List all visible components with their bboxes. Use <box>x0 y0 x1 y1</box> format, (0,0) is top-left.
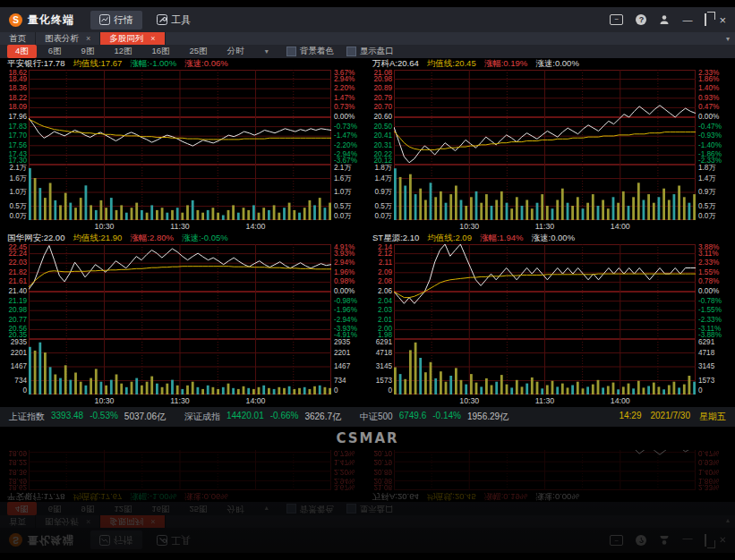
clock: 14:29 <box>619 411 641 423</box>
axis-label: 0 <box>22 387 27 395</box>
tab-home[interactable]: 首页 <box>0 32 36 45</box>
tab-multi-stock[interactable]: 多股同列 × <box>100 32 165 45</box>
time-label: 10:30 <box>94 396 114 405</box>
axis-label: -1.40% <box>698 142 722 149</box>
checkbox-icon[interactable] <box>286 47 296 56</box>
user-icon[interactable] <box>659 14 670 25</box>
time-label: 11:30 <box>535 396 554 405</box>
window-controls: − ? — × <box>610 14 726 26</box>
tab-close-icon[interactable]: × <box>150 34 155 43</box>
volume-axis-right: 62914718314515730 <box>696 339 731 395</box>
axis-label: -1.96% <box>334 307 357 314</box>
axis-label: 2201 <box>334 350 350 357</box>
axis-label: 0.0万 <box>698 213 716 220</box>
chip-9grid[interactable]: 9图 <box>73 45 103 58</box>
index-change: -0.66% <box>270 411 299 423</box>
axis-label: 2.03 <box>378 307 392 314</box>
axis-label: 1467 <box>334 363 350 370</box>
price-plot[interactable] <box>29 244 331 339</box>
axis-label: 2.94% <box>334 76 355 83</box>
chip-intraday[interactable]: 分时 <box>219 45 252 58</box>
chart-header: ST星源:2.10 均值线:2.09 涨幅:1.94% 涨速:0.00% <box>369 233 731 244</box>
time-axis: 10:3011:3014:00 <box>29 220 331 233</box>
volume-plot[interactable] <box>29 339 331 395</box>
menu-item-market[interactable]: 行情 <box>90 11 142 30</box>
axis-label: 4718 <box>698 350 714 357</box>
axis-label: 1.6万 <box>334 175 352 182</box>
axis-label: 6291 <box>698 339 714 346</box>
time-axis: 10:3011:3014:00 <box>394 220 696 233</box>
axis-label: 2935 <box>334 339 350 346</box>
chip-6grid[interactable]: 6图 <box>40 45 70 58</box>
axis-label: 1.8万 <box>698 165 716 172</box>
volume-axis-left: 1.8万1.4万0.9万0.5万0.0万 <box>369 165 394 220</box>
axis-label: 17.56 <box>9 142 28 149</box>
index-sse[interactable]: 上证指数 3393.48 -0.53% 5037.06亿 <box>9 411 166 423</box>
checkbox-bg-color[interactable]: 背景着色 <box>286 46 334 57</box>
checkbox-label: 背景着色 <box>300 46 334 57</box>
feedback-icon[interactable]: − <box>610 14 623 25</box>
tab-close-icon[interactable]: × <box>86 34 90 43</box>
volume-plot[interactable] <box>394 165 696 220</box>
axis-label: 2.33% <box>698 259 719 267</box>
chevron-down-icon[interactable]: ▾ <box>721 32 735 45</box>
chip-25grid[interactable]: 25图 <box>182 45 216 58</box>
chart-header: 万科A:20.64 均值线:20.45 涨幅:0.19% 涨速:0.00% <box>369 58 731 70</box>
price-plot[interactable] <box>394 244 696 339</box>
axis-label: 0.78% <box>698 278 719 285</box>
axis-label: 1.55% <box>698 269 719 276</box>
volume-plot[interactable] <box>29 165 331 220</box>
axis-label: 2.12 <box>378 250 392 258</box>
chart-panel-guohua[interactable]: 国华网安:22.00 均值线:21.90 涨幅:2.80% 涨速:-0.05% … <box>3 233 368 407</box>
checkbox-show-orderbook[interactable]: 显示盘口 <box>346 46 394 57</box>
axis-label: -2.20% <box>334 142 357 149</box>
tab-chart-analysis[interactable]: 图表分析 × <box>36 32 100 45</box>
axis-label: 0.5万 <box>698 203 716 210</box>
axis-label: 0.9万 <box>374 189 392 196</box>
titlebar: S 量化终端 行情 工具 − ? — × <box>0 7 735 32</box>
status-bar: 上证指数 3393.48 -0.53% 5037.06亿 深证成指 14420.… <box>0 407 735 427</box>
axis-label: -1.55% <box>698 307 722 314</box>
axis-label: 1573 <box>698 378 714 385</box>
axis-label: 2.1万 <box>9 165 27 172</box>
restore-icon[interactable] <box>705 13 706 26</box>
chart-panel-pinganbank[interactable]: 平安银行:17.78 均值线:17.67 涨幅:-1.00% 涨速:0.06% … <box>3 58 368 233</box>
index-name: 上证指数 <box>9 411 45 423</box>
price-plot[interactable] <box>29 70 331 165</box>
help-icon[interactable]: ? <box>636 14 646 25</box>
index-amount: 3626.7亿 <box>304 411 341 423</box>
chart-panel-vanke[interactable]: 万科A:20.64 均值线:20.45 涨幅:0.19% 涨速:0.00% 21… <box>368 58 732 233</box>
chip-16grid[interactable]: 16图 <box>143 45 177 58</box>
chip-4grid[interactable]: 4图 <box>7 45 37 58</box>
axis-label: 0 <box>698 387 703 395</box>
time-label: 10:30 <box>94 222 114 231</box>
minimize-icon[interactable]: — <box>682 15 692 25</box>
axis-label: 1.47% <box>334 95 355 102</box>
chart-panel-stxingyuan[interactable]: ST星源:2.10 均值线:2.09 涨幅:1.94% 涨速:0.00% 2.1… <box>368 233 732 407</box>
volume-plot[interactable] <box>394 339 696 395</box>
price-axis-left: 21.0820.9820.8920.7920.7020.6020.5020.41… <box>369 70 394 165</box>
axis-label: 6291 <box>376 339 392 346</box>
axis-label: 2.94% <box>334 259 355 267</box>
close-icon[interactable]: × <box>719 14 726 26</box>
axis-label: 0.00% <box>698 114 719 121</box>
axis-label: -0.73% <box>334 123 357 131</box>
menu-item-tools[interactable]: 工具 <box>148 11 200 30</box>
price-axis-left: 22.4522.2422.0321.8221.6121.4021.1920.98… <box>4 244 29 339</box>
avg-line-value: 均值线:2.09 <box>427 233 472 244</box>
time-label: 10:30 <box>459 396 479 405</box>
pct-axis-right: 3.67%2.94%2.20%1.47%0.73%0.00%-0.73%-1.4… <box>331 70 367 165</box>
avg-line-value: 均值线:20.45 <box>427 58 476 70</box>
price-plot[interactable] <box>394 70 696 165</box>
chevron-down-icon[interactable]: ▾ <box>265 47 269 55</box>
wrench-icon <box>157 14 167 25</box>
axis-label: 1.86% <box>698 76 719 83</box>
axis-label: 1.8万 <box>374 165 392 172</box>
axis-label: 1.4万 <box>698 175 716 182</box>
app-window: S 量化终端 行情 工具 − ? — × 首页 <box>0 0 735 427</box>
checkbox-icon[interactable] <box>346 47 356 56</box>
index-szse[interactable]: 深证成指 14420.01 -0.66% 3626.7亿 <box>184 411 341 423</box>
axis-label: 22.03 <box>9 259 28 267</box>
chip-12grid[interactable]: 12图 <box>106 45 140 58</box>
index-csi500[interactable]: 中证500 6749.6 -0.14% 1956.29亿 <box>360 411 509 423</box>
